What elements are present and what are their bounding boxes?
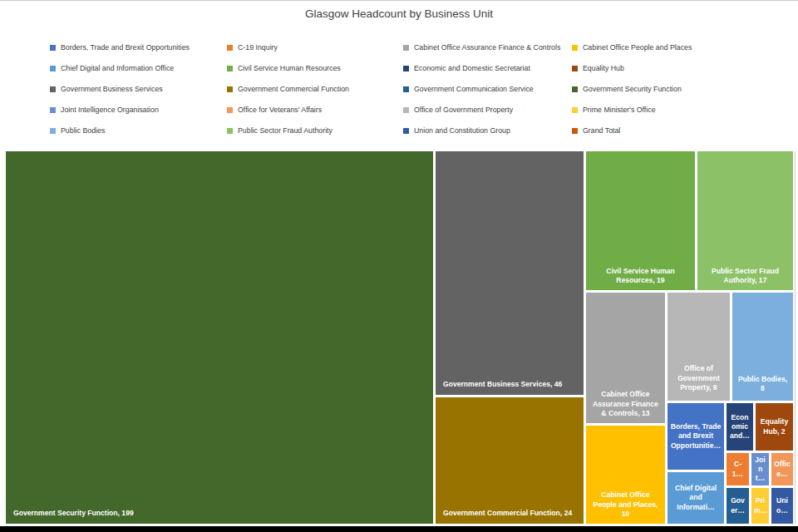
treemap-tile-public-sector-fraud-authority: Public Sector Fraud Authority, 17 [697, 151, 793, 290]
legend-swatch-icon [572, 86, 578, 92]
treemap-tile-prime-ministers-office: Prim… [751, 488, 769, 524]
treemap-tile-borders-trade-brexit: Borders, Trade and Brexit Opportunitie… [667, 403, 724, 470]
legend-swatch-icon [50, 107, 56, 113]
legend-swatch-icon [227, 107, 233, 113]
tile-label: Chief Digital and Informati… [670, 484, 722, 512]
chart-title: Glasgow Headcount by Business Unit [0, 7, 798, 20]
tile-label: Public Sector Fraud Authority, 17 [702, 267, 789, 285]
tile-label: Cabinet Office Assurance Finance & Contr… [590, 390, 661, 418]
legend-swatch-icon [227, 66, 233, 71]
legend-swatch-icon [50, 45, 56, 51]
tile-label: Office of Government Property, 9 [672, 364, 726, 392]
legend-item-public-sector-fraud: Public Sector Fraud Authority [227, 126, 332, 135]
tile-label: C-1… [729, 460, 746, 478]
legend-item-gov-commercial-function: Government Commercial Function [227, 84, 349, 94]
tile-label: Cabinet Office People and Places, 10 [590, 490, 661, 519]
legend-swatch-icon [50, 86, 56, 92]
legend-swatch-icon [572, 107, 578, 113]
legend-swatch-icon [50, 66, 56, 71]
tile-label: Equality Hub, 2 [758, 417, 791, 436]
legend-label: Office of Government Property [414, 106, 513, 114]
treemap-tile-c19-inquiry: C-1… [727, 453, 749, 485]
legend-swatch-icon [227, 45, 233, 51]
treemap-plot-area: Government Security Function, 199 Govern… [6, 151, 793, 524]
legend-item-civil-service-hr: Civil Service Human Resources [227, 63, 341, 73]
legend-label: Civil Service Human Resources [238, 64, 341, 72]
legend-item-public-bodies: Public Bodies [50, 126, 105, 135]
legend-label: Public Bodies [61, 126, 105, 135]
treemap-tile-government-security-function: Government Security Function, 199 [6, 151, 433, 524]
legend-label: Cabinet Office Assurance Finance & Contr… [414, 43, 560, 52]
treemap-tile-joint-intelligence: Joint… [751, 453, 769, 485]
legend-item-grand-total: Grand Total [572, 126, 620, 135]
legend-label: Public Sector Fraud Authority [238, 126, 332, 135]
legend-label: Chief Digital and Information Office [61, 64, 174, 72]
legend-item-prime-ministers-office: Prime Minister's Office [572, 105, 656, 115]
legend-item-c19-inquiry: C-19 Inquiry [227, 42, 278, 52]
legend-item-economic-domestic: Economic and Domestic Secretariat [403, 63, 530, 73]
legend-label: Government Business Services [61, 85, 163, 93]
tile-label: Government Business Services, 46 [443, 380, 580, 389]
legend-swatch-icon [572, 66, 578, 71]
tile-label: Prim… [754, 496, 766, 515]
legend-swatch-icon [227, 86, 233, 92]
legend-item-joint-intelligence: Joint Intelligence Organisation [50, 105, 159, 115]
treemap-tile-chief-digital-info: Chief Digital and Informati… [667, 472, 724, 524]
legend-item-union-constitution: Union and Constitution Group [403, 126, 510, 135]
tile-label: Government Commercial Function, 24 [443, 509, 580, 518]
treemap-tile-office-of-government-property: Office of Government Property, 9 [667, 293, 730, 401]
legend-item-chief-digital-info: Chief Digital and Information Office [50, 63, 174, 73]
treemap-tile-public-bodies: Public Bodies, 8 [732, 293, 793, 401]
treemap-tile-gov-communication-service: Gover… [727, 488, 749, 524]
treemap-tile-union-constitution: Unio… [771, 488, 793, 524]
legend-label: Joint Intelligence Organisation [61, 106, 159, 114]
legend-swatch-icon [50, 128, 56, 134]
legend-item-veterans-affairs: Office for Veterans' Affairs [227, 105, 322, 115]
legend-item-cabinet-office-people-places: Cabinet Office People and Places [572, 42, 692, 52]
tile-label: Office… [774, 460, 791, 478]
legend-label: Cabinet Office People and Places [583, 43, 692, 52]
plot-area-right-border [795, 151, 796, 524]
bottom-black-bar [0, 526, 798, 532]
legend-label: Government Communication Service [414, 85, 534, 93]
treemap-tile-cabinet-office-assurance: Cabinet Office Assurance Finance & Contr… [586, 293, 665, 423]
treemap-tile-cabinet-office-people-places: Cabinet Office People and Places, 10 [586, 426, 665, 524]
legend-swatch-icon [403, 66, 409, 71]
treemap-tile-veterans-affairs: Office… [771, 453, 793, 485]
tile-label: Borders, Trade and Brexit Opportunitie… [670, 422, 722, 451]
legend-swatch-icon [403, 128, 409, 134]
legend-label: Government Commercial Function [238, 85, 349, 93]
legend-item-gov-communication-service: Government Communication Service [403, 84, 534, 94]
legend-swatch-icon [572, 128, 578, 134]
treemap-tile-government-business-services: Government Business Services, 46 [436, 151, 584, 395]
treemap-tile-economic-domestic: Economic and… [727, 403, 753, 451]
legend-label: Equality Hub [583, 64, 624, 72]
legend-item-gov-property: Office of Government Property [403, 105, 513, 115]
tile-label: Gover… [729, 496, 746, 515]
tile-label: Government Security Function, 199 [13, 509, 430, 518]
legend-swatch-icon [403, 107, 409, 113]
legend-label: Borders, Trade and Brexit Opportunities [61, 43, 190, 52]
legend-swatch-icon [403, 86, 409, 92]
legend-label: C-19 Inquiry [238, 43, 278, 52]
tile-label: Unio… [774, 496, 791, 515]
legend-item-gov-business-services: Government Business Services [50, 84, 163, 94]
legend-item-equality-hub: Equality Hub [572, 63, 624, 73]
tile-label: Civil Service Human Resources, 19 [590, 267, 691, 285]
legend-label: Economic and Domestic Secretariat [414, 64, 530, 72]
legend-item-cabinet-office-assurance: Cabinet Office Assurance Finance & Contr… [403, 42, 560, 52]
legend-swatch-icon [403, 45, 409, 51]
legend-label: Prime Minister's Office [583, 106, 656, 114]
treemap-tile-equality-hub: Equality Hub, 2 [756, 403, 793, 451]
legend-label: Office for Veterans' Affairs [238, 106, 322, 114]
legend-label: Government Security Function [583, 85, 682, 93]
legend-item-gov-security-function: Government Security Function [572, 84, 682, 94]
treemap-tile-government-commercial-function: Government Commercial Function, 24 [436, 397, 584, 524]
tile-label: Economic and… [729, 413, 751, 441]
legend-label: Grand Total [583, 126, 620, 135]
tile-label: Public Bodies, 8 [736, 375, 789, 393]
tile-label: Joint… [754, 456, 766, 484]
treemap-tile-civil-service-hr: Civil Service Human Resources, 19 [586, 151, 695, 290]
legend-swatch-icon [572, 45, 578, 51]
legend-item-borders-trade-brexit: Borders, Trade and Brexit Opportunities [50, 42, 190, 52]
